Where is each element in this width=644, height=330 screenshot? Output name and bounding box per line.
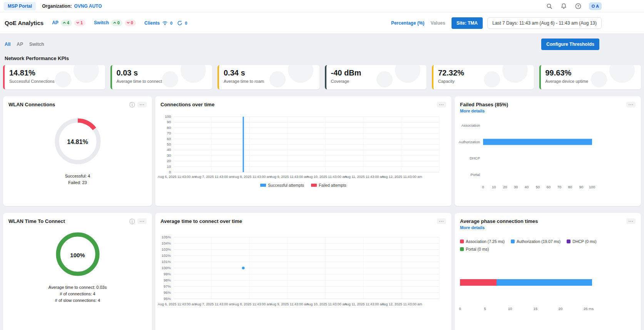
more-options-icon[interactable]: ⋯: [137, 102, 147, 107]
kpi-value: 14.81%: [9, 69, 100, 77]
legend-swatch: [511, 240, 515, 243]
user-avatar[interactable]: O A: [589, 2, 602, 10]
svg-text:0: 0: [482, 185, 484, 189]
clients-wifi-count: 0: [170, 21, 172, 25]
panel-row-2: WLAN Time To Connect ⓘ ⋯ 100% Average ti…: [3, 213, 641, 330]
chevron-down-icon: [127, 22, 130, 24]
svg-text:102%: 102%: [162, 253, 171, 258]
svg-text:Aug 10, 2025 11:43:00 am: Aug 10, 2025 11:43:00 am: [306, 302, 347, 306]
clients-summary[interactable]: Clients 0 0: [144, 20, 187, 26]
svg-text:DHCP: DHCP: [470, 156, 480, 160]
more-details-link[interactable]: More details: [460, 225, 485, 230]
authorization-bar: [483, 139, 592, 145]
connections-over-time-panel: Connections over time ⋯: [155, 96, 452, 206]
kpi-label: Average time to roam: [224, 79, 315, 84]
help-icon[interactable]: ?: [575, 3, 581, 9]
legend-swatch: [260, 184, 266, 187]
svg-text:20: 20: [167, 159, 171, 163]
authorization-segment: [497, 279, 592, 286]
msp-portal-button[interactable]: MSP Portal: [4, 2, 36, 10]
percentage-toggle[interactable]: Percentage (%): [391, 20, 425, 26]
date-range-picker[interactable]: Last 7 Days: 11:43 am (Aug 6) - 11:43 am…: [487, 17, 602, 29]
svg-text:104%: 104%: [162, 241, 171, 245]
more-options-icon[interactable]: ⋯: [437, 102, 446, 107]
svg-text:90: 90: [167, 120, 171, 124]
more-details-link[interactable]: More details: [460, 109, 485, 113]
legend-label: Association (7.25 ms): [466, 239, 505, 244]
values-toggle[interactable]: Values: [431, 20, 445, 26]
switch-down-badge: 0: [125, 20, 136, 26]
legend-label: Successful attempts: [268, 183, 304, 188]
svg-text:Authorization: Authorization: [459, 140, 480, 144]
more-options-icon[interactable]: ⋯: [137, 218, 147, 224]
more-options-icon[interactable]: ⋯: [437, 218, 446, 224]
roaming-icon: [177, 20, 182, 26]
svg-text:100: 100: [589, 185, 595, 189]
notifications-bell-icon[interactable]: [561, 3, 567, 9]
search-icon[interactable]: [546, 3, 552, 9]
svg-text:Aug 11, 2025 11:43:00 am: Aug 11, 2025 11:43:00 am: [345, 175, 385, 179]
panel-title: Connections over time: [161, 102, 214, 107]
panel-title: WLAN Connections: [8, 102, 55, 107]
tab-switch[interactable]: Switch: [29, 42, 44, 47]
failed-phases-chart: Association Authorization DHCP Portal 0 …: [455, 118, 630, 193]
clients-roam-count: 0: [185, 21, 187, 25]
kpi-value: -40 dBm: [331, 69, 422, 77]
svg-text:30: 30: [167, 153, 171, 157]
chevron-up-icon: [63, 22, 66, 24]
ap-summary[interactable]: AP 4 1: [52, 20, 85, 26]
svg-text:Aug 6, 2025 11:43:00 am: Aug 6, 2025 11:43:00 am: [158, 302, 196, 306]
svg-text:103%: 103%: [162, 247, 171, 251]
donut-value: 14.81%: [53, 117, 102, 168]
data-point-100pct: [242, 267, 245, 270]
x-axis-labels: Aug 6, 2025 11:43:00 am Aug 7, 2025 11:4…: [158, 175, 422, 179]
legend-label: Portal (0 ms): [466, 247, 489, 251]
avg-phase-connection-times-panel: Average phase connection times ⋯ More de…: [455, 213, 641, 330]
avg-time-line: Average time to connect: 0.03s: [3, 284, 152, 291]
more-options-icon[interactable]: ⋯: [626, 218, 636, 224]
svg-text:80: 80: [167, 126, 171, 130]
ap-down-count: 1: [80, 20, 83, 26]
wlan-time-to-connect-panel: WLAN Time To Connect ⓘ ⋯ 100% Average ti…: [3, 213, 152, 330]
kpi-value: 99.63%: [545, 69, 637, 77]
organization-name[interactable]: OVNG AUTO: [74, 3, 102, 9]
legend-label: Authorization (19.07 ms): [517, 239, 560, 244]
svg-text:40: 40: [525, 185, 529, 189]
svg-text:10: 10: [492, 185, 496, 189]
kpi-value: 72.32%: [438, 69, 529, 77]
more-options-icon[interactable]: ⋯: [626, 102, 636, 107]
kpi-label: Average time to connect: [117, 79, 208, 84]
switch-label: Switch: [94, 20, 109, 25]
kpi-row: 14.81% Successful Connections 0.03 s Ave…: [3, 65, 641, 89]
tab-ap[interactable]: AP: [17, 42, 23, 47]
x-axis-labels: Aug 6, 2025 11:43:00 am Aug 7, 2025 11:4…: [158, 302, 422, 306]
svg-text:90: 90: [579, 185, 584, 189]
configure-thresholds-button[interactable]: Configure Thresholds: [541, 39, 599, 50]
kpi-section-title: Network Performance KPIs: [5, 55, 639, 61]
x-axis-labels: 0 5 10 15 20 26 ms: [459, 307, 594, 311]
svg-text:60: 60: [547, 185, 551, 189]
kpi-card-capacity: 72.32% Capacity: [432, 65, 534, 89]
panel-title: Failed Phases (85%): [460, 102, 508, 107]
switch-up-count: 0: [117, 20, 120, 26]
svg-text:Aug 7, 2025 11:43:00 am: Aug 7, 2025 11:43:00 am: [195, 302, 234, 306]
svg-text:Aug 7, 2025 11:43:00 am: Aug 7, 2025 11:43:00 am: [195, 175, 234, 179]
svg-text:80: 80: [568, 185, 572, 189]
svg-text:Association: Association: [461, 123, 480, 127]
switch-summary[interactable]: Switch 0 0: [94, 20, 136, 26]
ap-up-count: 4: [67, 20, 69, 26]
info-icon[interactable]: ⓘ: [129, 219, 135, 224]
panel-title: WLAN Time To Connect: [8, 218, 65, 224]
tab-all[interactable]: All: [5, 42, 10, 47]
wlan-connections-panel: WLAN Connections ⓘ ⋯ 14.81% Successful: …: [3, 96, 152, 206]
site-selector-button[interactable]: Site: TMA: [452, 17, 483, 29]
svg-text:30: 30: [514, 185, 518, 189]
association-segment: [460, 279, 497, 286]
chevron-up-icon: [113, 22, 116, 24]
info-icon[interactable]: ⓘ: [129, 102, 135, 107]
failed-phases-panel: Failed Phases (85%) ⋯ More details Assoc…: [455, 96, 641, 206]
x-axis-labels: 0 10 20 30 40 50 60 70 80 90 100: [482, 185, 595, 189]
svg-text:20: 20: [559, 307, 563, 311]
connections-over-time-chart: 100 90 80 70 60 50 40 30 20 10 0: [156, 114, 441, 180]
svg-text:100: 100: [165, 114, 171, 119]
